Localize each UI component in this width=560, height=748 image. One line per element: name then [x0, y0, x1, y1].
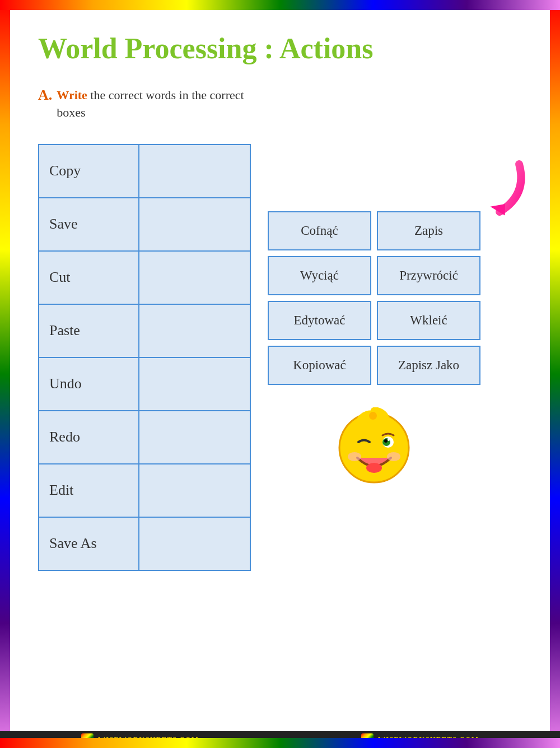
answer-grid: CofnąćZapisWyciąćPrzywrócićEdytowaćWklei…: [268, 211, 480, 385]
section-label: A.: [38, 87, 52, 104]
table-row: Edit: [39, 464, 250, 517]
main-content: CopySaveCutPasteUndoRedoEditSave As Cofn…: [38, 144, 522, 571]
footer-icon-left: [81, 733, 94, 746]
answer-box-5[interactable]: Edytować: [268, 301, 371, 340]
right-panel: CofnąćZapisWyciąćPrzywrócićEdytowaćWklei…: [268, 144, 480, 571]
answer-box-8[interactable]: Zapisz Jako: [377, 346, 480, 385]
word-cell-5: Redo: [39, 411, 139, 464]
rainbow-border-left: [0, 0, 10, 748]
svg-point-4: [369, 412, 377, 420]
table-row: Save: [39, 198, 250, 251]
word-cell-2: Cut: [39, 251, 139, 304]
answer-cell-0[interactable]: [139, 145, 250, 198]
instruction-text: Write the correct words in the correct b…: [57, 87, 258, 122]
emoji-container: [268, 407, 480, 486]
rainbow-border-right: [550, 0, 560, 748]
table-row: Redo: [39, 411, 250, 464]
answer-box-7[interactable]: Kopiować: [268, 346, 371, 385]
word-cell-6: Edit: [39, 464, 139, 517]
svg-point-11: [387, 452, 400, 461]
answer-cell-2[interactable]: [139, 251, 250, 304]
svg-point-8: [388, 439, 390, 441]
svg-point-10: [348, 452, 361, 461]
word-cell-4: Undo: [39, 357, 139, 411]
write-highlight: Write: [57, 88, 87, 102]
left-panel: CopySaveCutPasteUndoRedoEditSave As: [38, 144, 251, 571]
word-cell-1: Save: [39, 198, 139, 251]
answer-cell-1[interactable]: [139, 198, 250, 251]
answer-box-2[interactable]: Zapis: [377, 211, 480, 250]
table-row: Save As: [39, 517, 250, 570]
word-cell-0: Copy: [39, 145, 139, 198]
answer-cell-7[interactable]: [139, 517, 250, 570]
answer-box-6[interactable]: Wkleić: [377, 301, 480, 340]
svg-point-7: [384, 439, 388, 443]
table-row: Copy: [39, 145, 250, 198]
footer-right: WISEWORKSHEETS.COM: [361, 733, 479, 746]
instruction-block: A. Write the correct words in the correc…: [38, 87, 522, 133]
footer-icon-right: [361, 733, 374, 746]
table-row: Cut: [39, 251, 250, 304]
footer: WISEWORKSHEETS.COM WISEWORKSHEETS.COM: [0, 731, 560, 748]
word-cell-7: Save As: [39, 517, 139, 570]
answer-box-1[interactable]: Cofnąć: [268, 211, 371, 250]
answer-box-3[interactable]: Wyciąć: [268, 256, 371, 295]
answer-cell-6[interactable]: [139, 464, 250, 517]
answer-cell-4[interactable]: [139, 357, 250, 411]
page-content: World Processing : Actions A. Write the …: [10, 10, 550, 738]
answer-cell-3[interactable]: [139, 304, 250, 357]
footer-right-text: WISEWORKSHEETS.COM: [378, 735, 479, 744]
footer-left-text: WISEWORKSHEETS.COM: [98, 735, 199, 744]
answer-box-4[interactable]: Przywrócić: [377, 256, 480, 295]
word-table: CopySaveCutPasteUndoRedoEditSave As: [38, 144, 251, 571]
table-row: Undo: [39, 357, 250, 411]
table-row: Paste: [39, 304, 250, 357]
answer-cell-5[interactable]: [139, 411, 250, 464]
word-cell-3: Paste: [39, 304, 139, 357]
page-title: World Processing : Actions: [38, 32, 522, 64]
footer-left: WISEWORKSHEETS.COM: [81, 733, 199, 746]
smiley-emoji: [335, 407, 413, 486]
svg-point-9: [366, 463, 382, 473]
